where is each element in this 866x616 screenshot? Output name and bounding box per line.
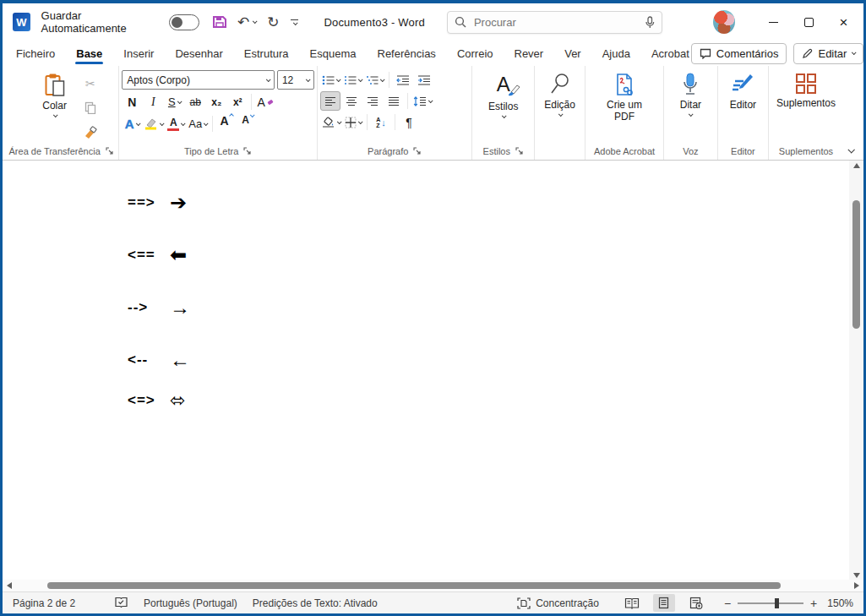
edit-mode-button[interactable]: Editar xyxy=(793,43,863,64)
save-button[interactable] xyxy=(212,14,227,30)
increase-indent-button[interactable] xyxy=(414,70,434,90)
clipboard-dialog-launcher[interactable] xyxy=(106,147,114,155)
borders-button[interactable] xyxy=(343,112,363,132)
right-arrow-glyph: → xyxy=(170,297,190,318)
editing-button[interactable]: Edição xyxy=(539,70,580,119)
format-painter-button[interactable] xyxy=(80,123,101,142)
change-case-button[interactable]: Aa xyxy=(187,114,209,134)
cut-button[interactable]: ✂ xyxy=(80,74,101,93)
multilevel-list-button[interactable] xyxy=(364,70,385,90)
tab-desenhar[interactable]: Desenhar xyxy=(173,43,224,64)
tab-ficheiro[interactable]: Ficheiro xyxy=(14,43,57,64)
minimize-button[interactable] xyxy=(757,8,790,36)
print-layout-button[interactable] xyxy=(653,594,675,612)
language-indicator[interactable]: Português (Portugal) xyxy=(144,597,237,609)
editor-button[interactable]: Editor xyxy=(725,70,761,113)
zoom-in-button[interactable]: + xyxy=(810,597,817,609)
quick-access-more-button[interactable] xyxy=(291,19,298,25)
scroll-up-arrow[interactable] xyxy=(853,163,860,168)
strikethrough-button[interactable]: ab xyxy=(185,92,205,112)
scroll-down-arrow[interactable] xyxy=(853,573,860,578)
shading-button[interactable] xyxy=(320,112,342,132)
paste-clipboard-icon xyxy=(44,73,66,97)
shrink-font-button[interactable]: A xyxy=(237,114,258,134)
text-effects-button[interactable]: A xyxy=(122,114,142,134)
document-page[interactable]: ==> ➔ <== ⬅ --> → <-- ← <=> ⬄ xyxy=(3,161,849,580)
proofing-book-icon[interactable] xyxy=(114,597,128,609)
zoom-out-button[interactable]: − xyxy=(724,597,731,609)
align-right-button[interactable] xyxy=(362,91,383,111)
dictate-button[interactable]: Ditar xyxy=(675,70,706,119)
bold-button[interactable]: N xyxy=(122,92,142,112)
autosave-toggle[interactable] xyxy=(169,14,199,30)
web-layout-button[interactable] xyxy=(685,594,707,612)
page-indicator[interactable]: Página 2 de 2 xyxy=(13,597,75,609)
decrease-indent-button[interactable] xyxy=(393,70,413,90)
comments-button[interactable]: Comentários xyxy=(691,43,787,64)
doc-line-3: --> → xyxy=(128,297,849,319)
show-formatting-marks-button[interactable]: ¶ xyxy=(399,112,419,132)
zoom-slider-thumb[interactable] xyxy=(775,598,779,608)
read-mode-button[interactable] xyxy=(621,594,643,612)
sort-button[interactable]: AZ ↓ xyxy=(371,112,391,132)
vertical-scroll-track[interactable] xyxy=(849,172,863,570)
font-size-select[interactable]: 12 xyxy=(277,70,314,90)
underline-button[interactable]: S xyxy=(164,92,184,112)
justify-button[interactable] xyxy=(384,91,404,111)
align-center-button[interactable] xyxy=(341,91,362,111)
account-avatar[interactable] xyxy=(713,10,735,34)
text-predictions-indicator[interactable]: Predições de Texto: Ativado xyxy=(253,597,378,609)
vertical-scroll-thumb[interactable] xyxy=(852,200,860,329)
tab-esquema[interactable]: Esquema xyxy=(308,43,358,64)
tab-acrobat[interactable]: Acrobat xyxy=(650,43,691,64)
horizontal-scrollbar[interactable] xyxy=(3,580,863,591)
tab-inserir[interactable]: Inserir xyxy=(122,43,155,64)
tab-referencias[interactable]: Referências xyxy=(376,43,438,64)
tab-ajuda[interactable]: Ajuda xyxy=(601,43,632,64)
redo-button[interactable]: ↻ xyxy=(267,15,279,30)
search-box[interactable] xyxy=(447,11,662,34)
font-name-select[interactable]: Aptos (Corpo) xyxy=(122,70,275,90)
numbering-button[interactable] xyxy=(342,70,363,90)
search-input[interactable] xyxy=(472,15,645,30)
addins-button[interactable]: Suplementos xyxy=(771,70,841,112)
ribbon-tabs: Ficheiro Base Inserir Desenhar Estrutura… xyxy=(14,43,691,64)
tab-base[interactable]: Base xyxy=(74,43,104,64)
create-pdf-button[interactable]: Crie um PDF xyxy=(594,70,655,125)
focus-mode-button[interactable]: Concentração xyxy=(517,597,599,609)
horizontal-scroll-thumb[interactable] xyxy=(47,582,781,589)
maximize-button[interactable] xyxy=(792,8,825,36)
paste-button[interactable]: Colar xyxy=(37,70,72,120)
font-color-button[interactable]: A xyxy=(166,114,186,134)
dictate-mic-icon xyxy=(682,73,699,96)
tab-rever[interactable]: Rever xyxy=(513,43,546,64)
close-button[interactable]: × xyxy=(827,8,860,36)
font-dialog-launcher[interactable] xyxy=(243,147,252,155)
addins-label: Suplementos xyxy=(776,97,836,109)
bullets-button[interactable] xyxy=(320,70,341,90)
collapse-ribbon-button[interactable] xyxy=(843,66,862,160)
paragraph-dialog-launcher[interactable] xyxy=(413,147,422,155)
subscript-button[interactable]: x₂ xyxy=(206,92,226,112)
scroll-right-arrow[interactable] xyxy=(854,582,859,589)
highlight-color-button[interactable] xyxy=(143,114,165,134)
superscript-button[interactable]: x² xyxy=(227,92,248,112)
grow-font-button[interactable]: A xyxy=(216,114,237,134)
clear-formatting-button[interactable]: A xyxy=(255,92,275,112)
tab-estrutura[interactable]: Estrutura xyxy=(242,43,291,64)
ribbon-tab-row: Ficheiro Base Inserir Desenhar Estrutura… xyxy=(3,41,863,66)
align-left-button[interactable] xyxy=(320,91,340,111)
tab-correio[interactable]: Correio xyxy=(455,43,495,64)
zoom-level[interactable]: 150% xyxy=(827,597,853,609)
undo-button[interactable]: ↶ xyxy=(237,15,256,30)
line-spacing-button[interactable] xyxy=(411,91,433,111)
styles-button[interactable]: A Estilos xyxy=(483,70,523,121)
tab-ver[interactable]: Ver xyxy=(563,43,583,64)
styles-dialog-launcher[interactable] xyxy=(515,147,524,155)
more-chevron-icon xyxy=(293,20,298,25)
italic-button[interactable]: I xyxy=(143,92,163,112)
horizontal-scroll-track[interactable] xyxy=(12,580,854,591)
vertical-scrollbar[interactable] xyxy=(849,161,863,580)
copy-button[interactable] xyxy=(80,98,101,117)
zoom-slider-track[interactable] xyxy=(738,602,803,604)
